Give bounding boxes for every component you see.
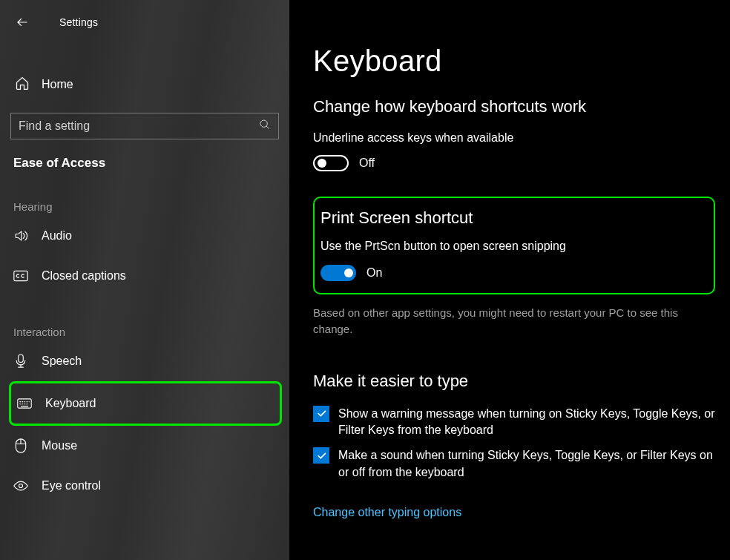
- keyboard-icon: [17, 396, 32, 411]
- sidebar-item-closed-captions[interactable]: Closed captions: [0, 256, 289, 296]
- search-input-container[interactable]: [10, 113, 279, 139]
- mouse-icon: [13, 438, 28, 453]
- link-change-other-typing-options[interactable]: Change other typing options: [313, 506, 461, 519]
- sidebar-item-label: Mouse: [42, 439, 77, 452]
- group-label-hearing: Hearing: [0, 171, 289, 216]
- sidebar-highlight-keyboard: Keyboard: [9, 381, 282, 426]
- sidebar-item-eye-control[interactable]: Eye control: [0, 466, 289, 506]
- toggle-prtscn-snipping[interactable]: [320, 265, 356, 281]
- sidebar-item-label: Keyboard: [45, 397, 96, 410]
- back-button[interactable]: [7, 9, 37, 36]
- group-label-interaction: Interaction: [0, 296, 289, 341]
- sidebar-item-label: Eye control: [42, 479, 101, 493]
- search-input[interactable]: [19, 119, 259, 133]
- svg-rect-2: [19, 355, 24, 363]
- home-icon: [15, 76, 30, 93]
- toggle-underline-access-keys[interactable]: [313, 155, 349, 171]
- toggle-label-prtscn: Use the PrtScn button to open screen sni…: [320, 240, 702, 253]
- sidebar-item-label: Speech: [42, 355, 82, 368]
- search-icon: [259, 119, 271, 134]
- highlight-prtscn-section: Print Screen shortcut Use the PrtScn but…: [313, 197, 715, 294]
- toggle-knob: [318, 159, 326, 168]
- microphone-icon: [13, 354, 28, 369]
- closed-captions-icon: [13, 269, 28, 283]
- toggle-state-underline: Off: [359, 157, 375, 170]
- arrow-left-icon: [16, 16, 29, 29]
- sidebar-item-label: Closed captions: [42, 269, 126, 283]
- checkbox-label: Make a sound when turning Sticky Keys, T…: [338, 447, 715, 481]
- sidebar-item-keyboard[interactable]: Keyboard: [14, 383, 280, 424]
- eye-icon: [13, 478, 28, 493]
- toggle-state-prtscn: On: [366, 266, 382, 280]
- sidebar-item-label: Audio: [42, 229, 72, 243]
- check-icon: [316, 450, 327, 461]
- sidebar-item-audio[interactable]: Audio: [0, 216, 289, 256]
- toggle-label-underline: Underline access keys when available: [313, 131, 715, 145]
- section-heading-shortcuts: Change how keyboard shortcuts work: [313, 97, 715, 116]
- sidebar-item-speech[interactable]: Speech: [0, 341, 289, 381]
- section-heading-prtscn: Print Screen shortcut: [320, 208, 702, 228]
- toggle-knob: [344, 269, 353, 277]
- sidebar-section-title: Ease of Access: [0, 139, 289, 171]
- checkbox-label: Show a warning message when turning on S…: [338, 406, 715, 439]
- check-icon: [316, 408, 327, 419]
- prtscn-note: Based on other app settings, you might n…: [313, 305, 715, 337]
- settings-sidebar: Settings Home Ease of Access Hearing Aud…: [0, 0, 289, 560]
- window-title: Settings: [59, 16, 98, 28]
- sidebar-item-mouse[interactable]: Mouse: [0, 426, 289, 466]
- sidebar-item-home[interactable]: Home: [0, 70, 289, 99]
- home-label: Home: [42, 78, 73, 91]
- page-title: Keyboard: [313, 45, 715, 78]
- audio-icon: [13, 228, 28, 243]
- checkbox-warning-message[interactable]: [313, 406, 329, 422]
- settings-content: Keyboard Change how keyboard shortcuts w…: [289, 0, 730, 560]
- svg-point-5: [19, 484, 23, 488]
- checkbox-make-sound[interactable]: [313, 447, 329, 464]
- section-heading-easier: Make it easier to type: [313, 372, 715, 391]
